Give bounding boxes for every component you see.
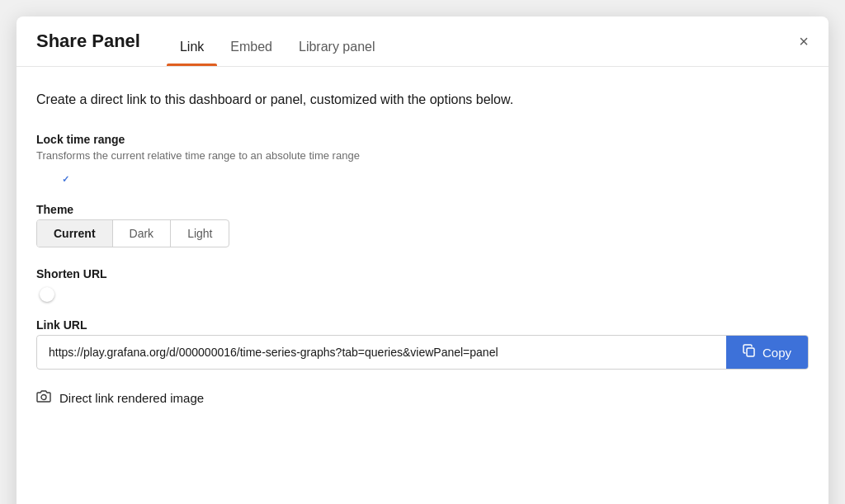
svg-point-1: [41, 395, 46, 400]
description-text: Create a direct link to this dashboard o…: [36, 90, 809, 110]
shorten-url-label: Shorten URL: [36, 267, 809, 280]
tab-library-panel[interactable]: Library panel: [286, 30, 389, 66]
camera-icon: [36, 389, 51, 407]
copy-button-label: Copy: [762, 346, 791, 360]
theme-dark-button[interactable]: Dark: [113, 220, 172, 247]
tab-bar: Link Embed Library panel: [167, 30, 809, 66]
svg-rect-0: [747, 348, 754, 356]
shorten-url-section: Shorten URL: [36, 267, 809, 299]
link-url-label: Link URL: [36, 318, 809, 332]
share-panel-modal: Share Panel Link Embed Library panel × C…: [17, 16, 828, 504]
modal-title: Share Panel: [36, 31, 140, 65]
lock-time-range-label: Lock time range: [36, 133, 809, 146]
modal-header: Share Panel Link Embed Library panel ×: [17, 16, 828, 67]
shorten-toggle-knob: [39, 286, 55, 303]
link-url-input[interactable]: [37, 337, 726, 367]
link-url-section: Link URL Copy: [36, 318, 809, 370]
theme-current-button[interactable]: Current: [37, 220, 113, 247]
copy-icon: [743, 344, 756, 360]
modal-body: Create a direct link to this dashboard o…: [17, 67, 828, 504]
tab-embed[interactable]: Embed: [217, 30, 286, 66]
theme-section: Theme Current Dark Light: [36, 203, 809, 247]
toggle-check-icon: ✓: [62, 174, 69, 185]
tab-link[interactable]: Link: [167, 30, 217, 66]
lock-time-range-desc: Transforms the current relative time ran…: [36, 149, 809, 162]
theme-button-group: Current Dark Light: [36, 219, 229, 247]
theme-label: Theme: [36, 203, 809, 216]
direct-link-section[interactable]: Direct link rendered image: [36, 389, 809, 407]
shorten-toggle-inner: [40, 287, 54, 302]
copy-button[interactable]: Copy: [726, 336, 808, 369]
close-button[interactable]: ×: [795, 30, 812, 53]
direct-link-label: Direct link rendered image: [59, 391, 204, 405]
link-url-row: Copy: [36, 335, 809, 370]
lock-time-range-section: Lock time range Transforms the current r…: [36, 133, 809, 183]
theme-light-button[interactable]: Light: [171, 220, 229, 247]
toggle-knob: ✓: [57, 171, 73, 187]
